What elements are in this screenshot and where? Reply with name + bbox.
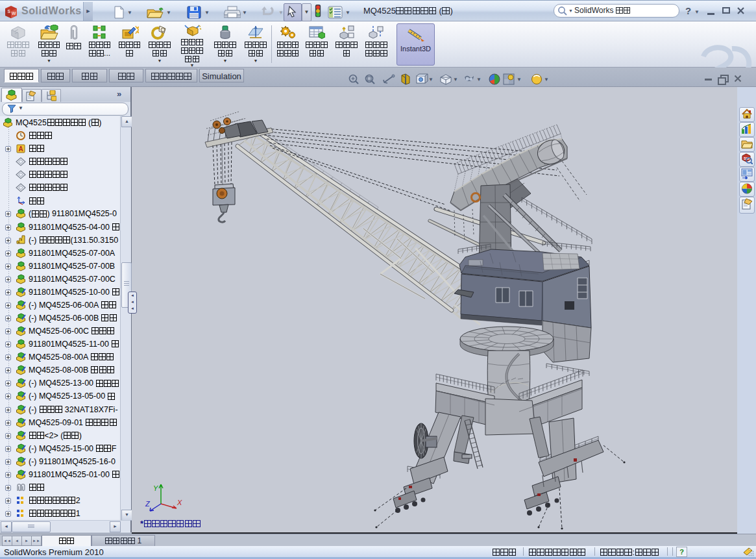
svg-text:W: W: [12, 11, 16, 16]
svg-text:S: S: [8, 9, 11, 14]
svg-text:▼: ▼: [517, 77, 522, 82]
svg-text:X: X: [177, 499, 182, 506]
svg-text:▼: ▼: [476, 77, 482, 82]
svg-text:▼: ▼: [544, 77, 549, 82]
svg-text:Y: Y: [153, 484, 158, 492]
svg-text:▼: ▼: [453, 77, 458, 82]
svg-text:▼: ▼: [428, 77, 433, 82]
svg-text:Z: Z: [145, 500, 151, 508]
svg-text:A: A: [19, 145, 23, 153]
